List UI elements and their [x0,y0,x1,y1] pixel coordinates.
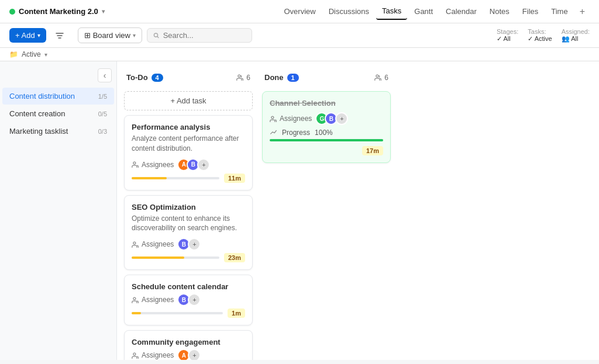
nav-discussions[interactable]: Discussions [323,4,375,19]
column-header-todo: To-Do 4 6 [124,68,253,86]
main-layout: ‹ Content distribution 1/5 Content creat… [0,61,599,360]
project-dropdown-icon[interactable]: ▾ [102,8,105,15]
add-task-button-todo[interactable]: + Add task [124,91,253,110]
nav-time[interactable]: Time [545,4,573,19]
nav-add-icon[interactable]: + [575,4,590,19]
stages-value[interactable]: ✓ All [497,35,511,43]
progress-bar-fill [270,139,383,141]
sidebar-item-label-marketing-tasklist: Marketing tasklist [9,127,98,136]
task-assignees-community: Assignees A + [132,349,245,360]
avatar-plus[interactable]: + [188,349,201,360]
nav-tasks[interactable]: Tasks [376,3,407,20]
board-icon: ⊞ [84,31,91,40]
view-label: Board view [93,31,130,40]
assignees-label: Assignees [270,115,312,123]
active-bar: 📁 Active ▾ [0,48,599,61]
avatar-group: B + [177,293,201,306]
task-title-seo: SEO Optimization [132,203,245,212]
toolbar: + Add ▾ ⊞ Board view ▾ Stages: ✓ All Tas… [0,23,599,48]
project-status-dot [9,9,15,15]
add-chevron-icon: ▾ [37,32,40,39]
users-icon-todo [236,74,244,81]
sidebar-item-marketing-tasklist[interactable]: Marketing tasklist 0/3 [2,123,114,140]
sidebar-collapse-button[interactable]: ‹ [98,68,112,82]
board-area: To-Do 4 6 + Add task Performance analysi… [117,61,599,360]
sidebar-item-label-content-creation: Content creation [9,109,98,118]
column-badge-todo: 4 [152,74,163,82]
sidebar-item-count-marketing-tasklist: 0/3 [98,128,107,135]
time-bar-row: 23m [132,253,245,262]
assignees-label: Assignees [132,161,174,169]
progress-label: Progress [282,129,310,137]
nav-overview[interactable]: Overview [278,4,321,19]
task-title-community: Community engagement [132,338,245,346]
nav-gantt[interactable]: Gantt [408,4,439,19]
task-assignees-seo: Assignees B + [132,238,245,251]
top-navigation: Content Marketing 2.0 ▾ Overview Discuss… [0,0,599,23]
time-bar-row-channel: 17m [270,146,383,155]
nav-notes[interactable]: Notes [484,4,515,19]
column-done: Done 1 6 Channel Selection Assignees [262,68,391,168]
avatar-plus[interactable]: + [188,238,201,251]
task-title-performance-analysis: Performance analysis [132,123,245,131]
active-label[interactable]: Active [22,50,41,58]
filter-button[interactable] [51,29,68,43]
task-card-performance-analysis: Performance analysis Analyze content per… [124,115,253,190]
task-card-seo-optimization: SEO Optimization Optimize content to enh… [124,195,253,271]
task-card-schedule-calendar: Schedule content calendar Assignees B + [124,275,253,325]
add-button-label: + Add [15,31,35,40]
nav-calendar[interactable]: Calendar [440,4,483,19]
stages-label: Stages: [497,28,518,35]
column-title-done: Done [264,73,284,82]
time-bar-row: 1m [132,308,245,318]
add-button[interactable]: + Add ▾ [9,28,46,43]
column-users-done: 6 [374,74,388,82]
task-time-badge-channel: 17m [362,146,383,155]
sidebar-item-count-content-distribution: 1/5 [98,93,107,100]
board-view-button[interactable]: ⊞ Board view ▾ [78,27,142,43]
tasks-value[interactable]: ✓ Active [528,35,552,43]
column-badge-done: 1 [287,74,299,82]
avatar-plus[interactable]: + [188,293,201,306]
svg-point-0 [154,33,157,36]
avatar-group: G B + [315,112,348,125]
task-title-schedule: Schedule content calendar [132,282,245,291]
column-users-todo: 6 [236,74,250,82]
active-chevron-icon[interactable]: ▾ [44,51,47,58]
view-chevron-icon: ▾ [133,32,136,39]
avatar-group: A B + [177,158,210,171]
project-title[interactable]: Content Marketing 2.0 ▾ [9,7,105,16]
folder-icon: 📁 [9,50,18,58]
search-icon [153,32,160,39]
add-task-label-todo: + Add task [170,96,206,105]
assignees-label: Assignees [132,240,174,248]
avatar-plus[interactable]: + [335,112,348,125]
progress-icon [270,129,277,137]
users-icon-done [374,74,382,81]
search-input[interactable] [163,31,246,40]
sidebar: ‹ Content distribution 1/5 Content creat… [0,61,117,360]
task-assignees-schedule: Assignees B + [132,293,245,306]
sidebar-item-content-distribution[interactable]: Content distribution 1/5 [2,88,114,105]
column-title-todo: To-Do [126,73,148,82]
column-user-count-todo: 6 [246,74,250,82]
task-card-community-engagement: Community engagement Assignees A + [124,330,253,360]
column-user-count-done: 6 [384,74,388,82]
sidebar-item-label-content-distribution: Content distribution [9,92,98,100]
task-assignees-channel: Assignees G B + [270,112,383,125]
nav-links: Overview Discussions Tasks Gantt Calenda… [278,3,590,20]
task-desc-performance-analysis: Analyze content performance after conten… [132,134,245,154]
sidebar-item-content-creation[interactable]: Content creation 0/5 [2,105,114,122]
assigned-value[interactable]: 👥 All [562,35,579,43]
board-columns: To-Do 4 6 + Add task Performance analysi… [117,61,599,360]
task-progress-row-channel: Progress 100% [270,129,383,137]
filter-icon [56,32,64,40]
assignees-label: Assignees [132,296,174,304]
stages-filter-group: Stages: ✓ All [497,28,518,43]
nav-files[interactable]: Files [517,4,544,19]
search-container[interactable] [147,28,252,43]
avatar-plus[interactable]: + [197,158,210,171]
task-time-badge-seo: 23m [224,253,245,262]
assigned-filter-group: Assigned: 👥 All [562,28,590,43]
progress-value: 100% [315,129,333,137]
